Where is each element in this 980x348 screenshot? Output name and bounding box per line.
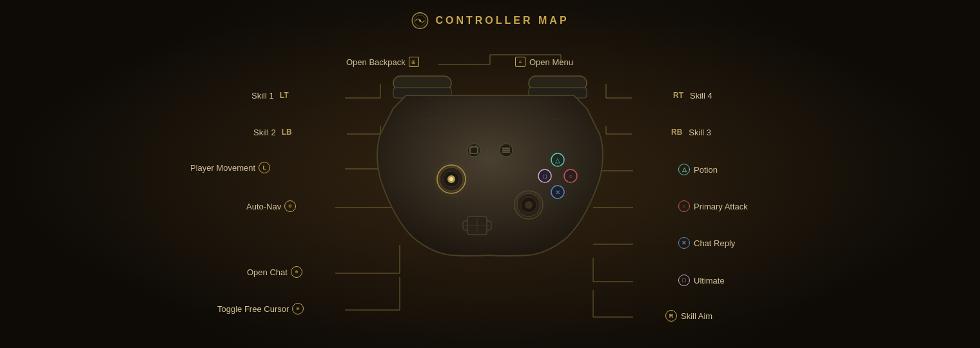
triangle-badge: △ [678,164,690,175]
auto-nav-text: Auto-Nav [246,202,281,211]
toggle-free-cursor-label: Toggle Free Cursor ⊕ [217,303,304,314]
svg-text:△: △ [555,157,560,164]
skill-aim-text: Skill Aim [681,311,712,321]
controller-icon [411,12,429,30]
skill4-label: RT Skill 4 [671,90,712,101]
circle-badge: ○ [678,200,690,212]
rb-badge: RB [669,127,685,137]
controller-svg: △ ○ ✕ □ [368,50,612,269]
svg-point-16 [525,201,533,209]
square-badge: □ [678,275,690,286]
potion-label: △ Potion [678,164,718,175]
primary-attack-text: Primary Attack [694,202,748,211]
open-chat-badge: ⊕ [291,266,302,278]
open-backpack-label: Open Backpack ⊞ [346,57,419,67]
auto-nav-badge: ⊕ [284,200,296,212]
open-menu-label: ≡ Open Menu [515,57,573,67]
potion-text: Potion [694,165,718,175]
page-title: CONTROLLER MAP [435,15,569,26]
primary-attack-label: ○ Primary Attack [678,200,748,212]
skill-aim-label: R Skill Aim [665,310,712,322]
toggle-free-cursor-text: Toggle Free Cursor [217,304,289,314]
lb-badge: LB [279,127,295,137]
backpack-button-icon: ⊞ [409,57,419,67]
cross-badge: ✕ [678,237,690,249]
auto-nav-label: Auto-Nav ⊕ [246,200,296,212]
svg-text:□: □ [543,173,547,180]
svg-point-12 [449,177,453,181]
r-joystick-badge: R [665,310,677,322]
ultimate-label: □ Ultimate [678,275,725,286]
svg-point-33 [467,144,480,157]
l-joystick-badge: L [259,162,270,173]
chat-reply-label: ✕ Chat Reply [678,237,735,249]
skill2-label: Skill 2 LB [253,127,295,137]
skill1-text: Skill 1 [251,91,274,101]
ultimate-text: Ultimate [694,276,725,285]
open-menu-text: Open Menu [529,57,573,67]
open-chat-text: Open Chat [247,267,288,277]
skill3-label: RB Skill 3 [669,127,711,137]
skill4-text: Skill 4 [690,91,712,101]
controller-map-screen: CONTROLLER MAP [0,0,980,348]
svg-text:✕: ✕ [555,189,560,196]
rt-badge: RT [671,90,686,101]
skill1-label: Skill 1 LT [251,90,291,101]
open-chat-label: Open Chat ⊕ [247,266,302,278]
title-area: CONTROLLER MAP [411,12,569,30]
skill3-text: Skill 3 [689,128,711,137]
chat-reply-text: Chat Reply [694,238,735,248]
player-movement-label: Player Movement L [190,162,270,173]
skill2-text: Skill 2 [253,128,276,137]
open-backpack-text: Open Backpack [346,57,406,67]
svg-point-2 [419,19,422,22]
lt-badge: LT [277,90,291,101]
player-movement-text: Player Movement [190,163,255,173]
menu-button-icon: ≡ [515,57,525,67]
svg-text:○: ○ [569,173,573,180]
toggle-cursor-badge: ⊕ [292,303,304,314]
controller-image: △ ○ ✕ □ [368,50,612,289]
